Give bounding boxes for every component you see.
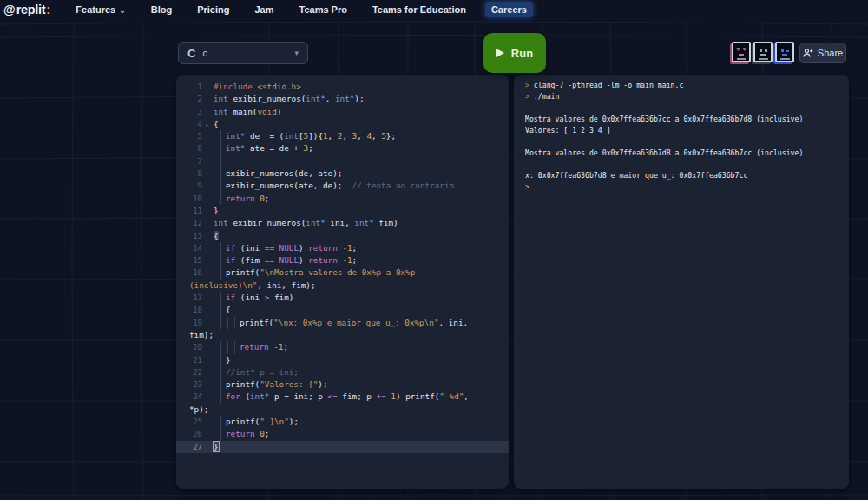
line-number: 1	[176, 81, 202, 93]
line-number: 13	[176, 230, 202, 242]
code-line-9[interactable]: 9exibir_numeros(ate, de); // tenta ao co…	[176, 180, 509, 192]
code-line-25[interactable]: 25printf(" ]\n");	[176, 416, 509, 428]
code-line-wrap[interactable]: fim);	[176, 329, 509, 341]
code-token: fim)	[374, 218, 398, 227]
avatar-wink-icon[interactable]	[775, 42, 794, 62]
code-token: " ]\n"	[260, 417, 289, 426]
nav-item-teams-pro[interactable]: Teams Pro	[293, 2, 353, 17]
code-token: {	[214, 231, 219, 240]
code-line-21[interactable]: 21}	[176, 354, 509, 366]
code-line-13[interactable]: 13{	[176, 230, 509, 242]
code-token: NULL	[279, 255, 299, 265]
nav-items: Features⌄BlogPricingJamTeams ProTeams fo…	[69, 2, 533, 17]
console-line-3: Mostra valores de 0x0x7ffea636b7cc a 0x0…	[525, 114, 849, 125]
code-token: return	[308, 255, 338, 265]
fold-chevron-icon[interactable]: ⌄	[205, 118, 208, 130]
console-line-8: x: 0x0x7ffea636b7d8 e maior que u_: 0x0x…	[525, 170, 849, 181]
code-line-26[interactable]: 26return 0;	[176, 428, 509, 440]
console-line-5	[525, 136, 849, 148]
play-icon	[496, 49, 504, 57]
line-number: 15	[176, 254, 202, 266]
console-prompt-icon: >	[525, 81, 534, 89]
code-line-20[interactable]: 20return -1;	[176, 341, 509, 353]
code-line-19[interactable]: 19printf("\nx: 0x%p e maior que u_: 0x%p…	[176, 317, 509, 329]
line-number: 2	[176, 93, 202, 105]
avatar-hearts-icon[interactable]: ♥♥	[732, 42, 751, 62]
code-token: int*	[226, 131, 245, 141]
share-button[interactable]: Share	[799, 43, 846, 63]
nav-item-careers[interactable]: Careers	[485, 2, 533, 17]
run-button[interactable]: Run	[483, 33, 546, 73]
code-line-4[interactable]: 4⌄{	[176, 118, 509, 130]
code-rows: 1#include <stdio.h>2int exibir_numeros(i…	[176, 81, 509, 453]
code-token: return	[226, 429, 255, 438]
console-line-0: > clang-7 -pthread -lm -o main main.c	[525, 80, 849, 91]
nav-item-jam[interactable]: Jam	[248, 2, 279, 17]
line-number: 19	[176, 317, 202, 329]
code-token: ;	[265, 194, 270, 203]
nav-item-teams-for-education[interactable]: Teams for Education	[366, 2, 472, 17]
language-select[interactable]: C c ▾	[178, 42, 308, 64]
avatar-group: ♥♥	[732, 42, 794, 62]
code-token: ,	[342, 131, 352, 141]
code-token: exibir_numeros(	[228, 94, 306, 103]
code-line-15[interactable]: 15if (fim == NULL) return -1;	[176, 254, 509, 266]
nav-item-pricing[interactable]: Pricing	[191, 2, 235, 17]
code-line-22[interactable]: 22//int* p = ini;	[176, 366, 509, 378]
replit-logo[interactable]: @ replit :	[3, 2, 50, 16]
code-line-14[interactable]: 14if (ini == NULL) return -1;	[176, 242, 509, 254]
code-token: , ini, fim);	[257, 280, 315, 290]
nav-item-blog[interactable]: Blog	[145, 2, 178, 17]
line-number: 9	[176, 180, 202, 192]
code-line-12[interactable]: 12int exibir_numeros(int* ini, int* fim)	[176, 217, 509, 229]
nav-item-features[interactable]: Features⌄	[69, 2, 131, 17]
cursor-char: }	[214, 442, 219, 451]
code-line-3[interactable]: 3int main(void)	[176, 106, 509, 118]
code-token: int	[284, 131, 299, 141]
code-line-27[interactable]: 27}	[176, 441, 509, 453]
console-prompt-line[interactable]: >	[525, 181, 849, 193]
code-line-wrap[interactable]: *p);	[176, 404, 509, 416]
avatar-neutral-icon[interactable]	[753, 42, 773, 62]
code-line-11[interactable]: 11}	[176, 205, 509, 217]
code-token: ,	[464, 391, 469, 401]
code-line-7[interactable]: 7	[176, 155, 509, 168]
console-output[interactable]: > clang-7 -pthread -lm -o main main.c> .…	[514, 75, 849, 489]
code-token: int*	[306, 218, 325, 227]
code-token: int*	[335, 94, 354, 103]
indent-guides	[214, 317, 240, 329]
code-line-wrap[interactable]: (inclusive)\n", ini, fim);	[176, 280, 509, 292]
console-text: x: 0x0x7ffea636b7d8 e maior que u_: 0x0x…	[525, 171, 747, 180]
code-line-16[interactable]: 16printf("\nMostra valores de 0x%p a 0x%…	[176, 266, 509, 279]
code-line-10[interactable]: 10return 0;	[176, 193, 509, 205]
code-token: )	[299, 243, 308, 253]
indent-guides	[214, 266, 226, 279]
line-number: 3	[176, 106, 202, 118]
code-token: if	[226, 255, 235, 265]
language-select-value: c	[202, 48, 294, 58]
code-token: ,	[326, 94, 335, 103]
code-token: int*	[226, 143, 245, 153]
code-line-1[interactable]: 1#include <stdio.h>	[176, 81, 509, 93]
code-token: }	[214, 206, 219, 215]
code-line-18[interactable]: 18{	[176, 304, 509, 316]
code-token: int	[214, 94, 228, 103]
line-number: 8	[176, 168, 202, 180]
code-line-17[interactable]: 17if (ini > fim)	[176, 292, 509, 304]
code-line-24[interactable]: 24for (int* p = ini; p <= fim; p += 1) p…	[176, 391, 509, 403]
code-token: main(	[228, 107, 258, 116]
run-button-label: Run	[511, 47, 533, 60]
code-line-23[interactable]: 23printf("Valores: [");	[176, 378, 509, 391]
top-navigation: @ replit : Features⌄BlogPricingJamTeams …	[0, 0, 868, 18]
code-token: ;	[352, 243, 358, 253]
code-line-5[interactable]: 5int* de = (int[5]){1, 2, 3, 4, 5};	[176, 130, 509, 142]
code-token: //int* p = ini;	[226, 367, 299, 377]
console-prompt-icon: >	[525, 182, 534, 191]
code-token: );	[289, 417, 299, 426]
code-editor[interactable]: 1#include <stdio.h>2int exibir_numeros(i…	[176, 75, 509, 489]
code-token: ]){	[308, 131, 323, 141]
code-line-6[interactable]: 6int* ate = de + 3;	[176, 142, 509, 155]
code-token: (ini	[235, 293, 265, 302]
code-line-8[interactable]: 8exibir_numeros(de, ate);	[176, 168, 509, 180]
code-line-2[interactable]: 2int exibir_numeros(int*, int*);	[176, 93, 509, 105]
